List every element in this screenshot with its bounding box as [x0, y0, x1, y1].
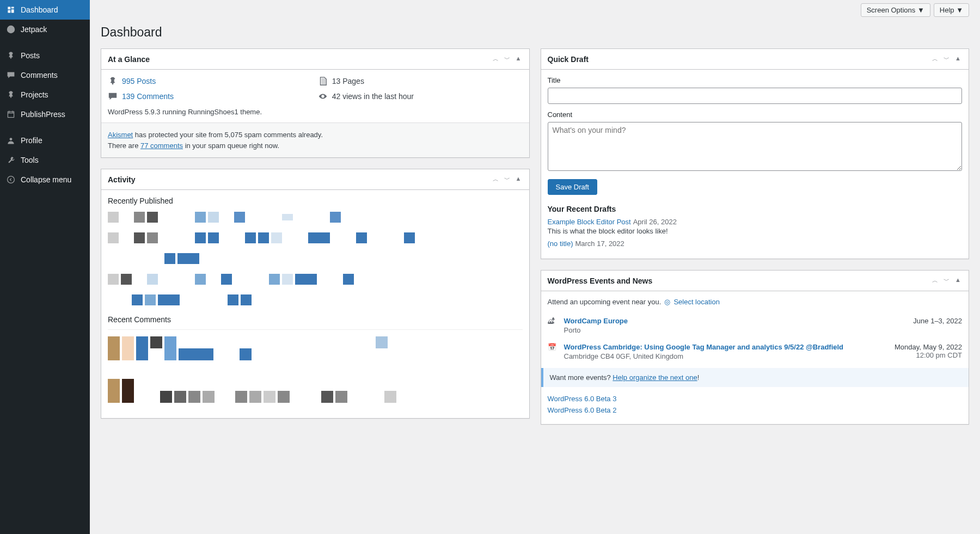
widget-title: WordPress Events and News [548, 277, 653, 285]
user-icon [5, 135, 16, 146]
draft-content-textarea[interactable] [548, 122, 963, 171]
recent-drafts-heading: Your Recent Drafts [548, 205, 963, 213]
meetup-icon: 📅 [548, 343, 559, 360]
toggle-icon[interactable]: ▲ [514, 54, 523, 64]
event-link[interactable]: WordPress Cambridge: Using Google Tag Ma… [564, 343, 844, 351]
sidebar-item-dashboard[interactable]: Dashboard [0, 0, 90, 20]
published-list-redacted [108, 211, 523, 306]
sidebar-item-tools[interactable]: Tools [0, 150, 90, 170]
sidebar-item-label: Dashboard [21, 5, 58, 14]
tools-icon [5, 155, 16, 165]
sidebar-item-profile[interactable]: Profile [0, 131, 90, 150]
draft-link[interactable]: (no title) [548, 240, 573, 248]
move-up-icon[interactable]: ︿ [931, 275, 939, 286]
main-content: Screen Options ▼ Help ▼ Dashboard At a G… [90, 0, 980, 534]
sidebar-item-label: Posts [21, 51, 40, 60]
title-label: Title [548, 76, 963, 84]
activity-widget: Activity ︿ ﹀ ▲ Recently Published [101, 169, 530, 419]
akismet-notice: Akismet has protected your site from 5,0… [101, 122, 529, 157]
save-draft-button[interactable]: Save Draft [548, 179, 597, 195]
toggle-icon[interactable]: ▲ [514, 174, 523, 185]
location-icon: ◎ [664, 298, 670, 306]
event-link[interactable]: WordCamp Europe [564, 317, 628, 325]
draft-item: (no title)March 17, 2022 [548, 240, 963, 248]
events-news-widget: WordPress Events and News ︿ ﹀ ▲ Attend a… [541, 270, 970, 425]
sidebar-item-publishpress[interactable]: PublishPress [0, 105, 90, 124]
content-label: Content [548, 111, 963, 119]
at-a-glance-widget: At a Glance ︿ ﹀ ▲ 995 Posts [101, 48, 530, 158]
comment-icon [108, 91, 118, 101]
svg-point-2 [8, 176, 15, 183]
sidebar-item-posts[interactable]: Posts [0, 46, 90, 65]
glance-pages: 13 Pages [318, 76, 523, 86]
topbar: Screen Options ▼ Help ▼ [101, 0, 969, 20]
pin-icon [108, 76, 118, 86]
sidebar-item-projects[interactable]: Projects [0, 85, 90, 105]
akismet-link[interactable]: Akismet [108, 131, 133, 139]
pages-text: 13 Pages [332, 77, 364, 85]
views-text: 42 views in the last hour [332, 92, 414, 101]
comments-list-redacted [108, 329, 523, 403]
pages-icon [318, 76, 328, 86]
calendar-icon [5, 109, 16, 120]
news-list: WordPress 6.0 Beta 3 WordPress 6.0 Beta … [541, 390, 969, 424]
sidebar-item-jetpack[interactable]: Jetpack [0, 20, 90, 39]
event-item: 📅 WordPress Cambridge: Using Google Tag … [548, 339, 963, 365]
move-up-icon[interactable]: ︿ [931, 54, 939, 64]
sidebar-item-comments[interactable]: Comments [0, 65, 90, 85]
sidebar-item-label: Jetpack [21, 25, 47, 34]
sidebar-item-label: Profile [21, 136, 42, 145]
comment-icon [5, 70, 16, 81]
jetpack-icon [5, 24, 16, 35]
event-date: Monday, May 9, 2022 [895, 343, 962, 351]
help-button[interactable]: Help ▼ [934, 3, 969, 17]
comments-link[interactable]: 139 Comments [122, 92, 174, 101]
sidebar-item-label: Tools [21, 156, 39, 164]
sidebar-item-label: Collapse menu [21, 175, 71, 184]
sidebar-item-label: Projects [21, 90, 48, 99]
news-link[interactable]: WordPress 6.0 Beta 2 [548, 406, 963, 414]
draft-item: Example Block Editor PostApril 26, 2022 … [548, 218, 963, 235]
move-up-icon[interactable]: ︿ [492, 54, 500, 64]
organize-link[interactable]: Help organize the next one [612, 373, 697, 382]
widget-title: Activity [108, 175, 136, 184]
select-location-link[interactable]: Select location [673, 298, 720, 306]
sidebar-item-collapse[interactable]: Collapse menu [0, 170, 90, 189]
move-down-icon[interactable]: ﹀ [942, 275, 951, 286]
glance-comments: 139 Comments [108, 91, 313, 101]
eye-icon [318, 91, 328, 101]
move-up-icon[interactable]: ︿ [492, 174, 500, 185]
page-title: Dashboard [101, 20, 969, 42]
widget-title: At a Glance [108, 55, 150, 64]
event-time: 12:00 pm CDT [895, 351, 962, 359]
toggle-icon[interactable]: ▲ [954, 54, 962, 64]
move-down-icon[interactable]: ﹀ [503, 174, 511, 185]
collapse-icon [5, 174, 16, 185]
glance-views: 42 views in the last hour [318, 91, 523, 101]
draft-link[interactable]: Example Block Editor Post [548, 218, 631, 226]
admin-sidebar: Dashboard Jetpack Posts Comments Project… [0, 0, 90, 534]
events-more-notice: Want more events? Help organize the next… [541, 368, 969, 387]
wordcamp-icon: 🏕 [548, 317, 559, 334]
move-down-icon[interactable]: ﹀ [942, 54, 951, 64]
events-intro-text: Attend an upcoming event near you. [548, 298, 661, 306]
sidebar-item-label: PublishPress [21, 110, 65, 119]
toggle-icon[interactable]: ▲ [954, 275, 962, 286]
widget-title: Quick Draft [548, 55, 589, 64]
event-item: 🏕 WordCamp Europe Porto June 1–3, 2022 [548, 312, 963, 339]
pin-icon [5, 50, 16, 61]
sidebar-item-label: Comments [21, 71, 58, 79]
dashboard-icon [5, 4, 16, 15]
wp-version-line: WordPress 5.9.3 running RunningShoes1 th… [108, 108, 523, 116]
pin-icon [5, 89, 16, 100]
posts-link[interactable]: 995 Posts [122, 77, 156, 85]
recent-comments-heading: Recent Comments [108, 315, 523, 324]
svg-point-1 [10, 138, 13, 140]
draft-title-input[interactable] [548, 88, 963, 104]
news-link[interactable]: WordPress 6.0 Beta 3 [548, 395, 963, 403]
spam-queue-link[interactable]: 77 comments [140, 142, 183, 150]
move-down-icon[interactable]: ﹀ [503, 54, 511, 64]
screen-options-button[interactable]: Screen Options ▼ [861, 3, 930, 17]
event-date: June 1–3, 2022 [913, 317, 962, 325]
quick-draft-widget: Quick Draft ︿ ﹀ ▲ Title Cont [541, 48, 970, 259]
